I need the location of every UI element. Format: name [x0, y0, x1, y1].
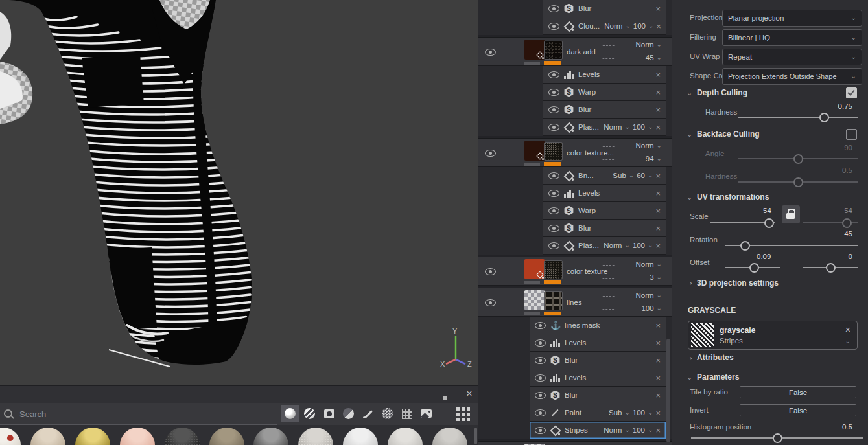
smart-material-filter-icon[interactable] [300, 405, 319, 422]
layer-fill-thumbnail[interactable] [524, 40, 545, 60]
grayscale-chevron-icon[interactable]: ⌄ [845, 338, 850, 345]
opacity-dropdown[interactable]: 94 [646, 155, 654, 163]
invert-toggle[interactable]: False [740, 404, 856, 416]
visibility-eye-icon[interactable] [535, 322, 546, 329]
rotation-slider[interactable] [725, 245, 858, 246]
material-sphere-filter-icon[interactable] [281, 405, 299, 422]
blend-mode-dropdown[interactable]: Norm [604, 22, 622, 30]
material-thumbnail[interactable] [75, 428, 110, 445]
projection-dropdown[interactable]: Planar projection⌄ [722, 10, 862, 27]
visibility-eye-icon[interactable] [535, 392, 546, 399]
backface-culling-checkbox[interactable] [846, 129, 857, 140]
remove-effect-icon[interactable]: × [655, 321, 661, 330]
uv-transformations-header[interactable]: UV transformations [697, 192, 769, 201]
histogram-position-slider[interactable] [691, 437, 863, 439]
search-field[interactable] [0, 403, 277, 425]
material-thumbnail[interactable] [253, 428, 288, 445]
effect-row[interactable]: Plas...Norm⌄100⌄× [543, 237, 666, 255]
shape-crop-dropdown[interactable]: Projection Extends Outside Shape⌄ [722, 68, 862, 85]
layer-row[interactable]: Norm⌄ [478, 442, 672, 445]
uv-transformations-chevron[interactable]: ⌄ [686, 193, 692, 201]
visibility-eye-icon[interactable] [548, 172, 559, 179]
rotation-value[interactable]: 45 [844, 230, 852, 238]
remove-effect-icon[interactable]: × [655, 123, 661, 131]
filtering-dropdown[interactable]: Bilinear | HQ⌄ [722, 29, 862, 46]
mask-slot[interactable] [602, 265, 615, 279]
attributes-chevron[interactable]: ⌄ [685, 356, 694, 361]
layer-row[interactable]: linesNorm⌄100⌄ [478, 288, 672, 317]
effect-row[interactable]: SWarp× [543, 84, 666, 101]
blend-mode-dropdown[interactable]: Norm [604, 123, 622, 131]
layer-fill-thumbnail[interactable] [524, 290, 545, 310]
blend-mode-dropdown[interactable]: Norm [604, 242, 622, 249]
layer-texture-thumbnail[interactable] [544, 142, 563, 161]
brush-filter-icon[interactable] [358, 405, 377, 422]
visibility-eye-icon[interactable] [535, 357, 546, 364]
visibility-eye-icon[interactable] [535, 339, 546, 347]
layer-texture-thumbnail[interactable] [544, 260, 563, 279]
remove-effect-icon[interactable]: × [655, 426, 661, 435]
projection-settings-chevron[interactable]: ⌄ [685, 280, 694, 286]
visibility-eye-icon[interactable] [485, 150, 496, 157]
parameters-header[interactable]: Parameters [697, 372, 739, 382]
effect-row[interactable]: Levels× [543, 185, 666, 202]
remove-effect-icon[interactable]: × [655, 5, 661, 13]
material-thumbnail[interactable] [165, 428, 200, 445]
blend-mode-dropdown[interactable]: Norm [635, 142, 653, 150]
filter-effect-icon[interactable] [339, 405, 358, 422]
visibility-eye-icon[interactable] [535, 374, 546, 382]
projection-settings-header[interactable]: 3D projection settings [697, 279, 779, 288]
effect-row[interactable]: StripesNorm⌄100⌄× [530, 422, 666, 439]
effect-row[interactable]: PaintSub⌄100⌄× [530, 404, 666, 422]
scale-lock-button[interactable] [782, 205, 800, 223]
close-panel-button[interactable]: × [463, 387, 476, 400]
uv-wrap-dropdown[interactable]: Repeat⌄ [722, 49, 862, 65]
depth-hardness-slider[interactable] [738, 117, 858, 118]
layers-scrollbar[interactable] [666, 339, 670, 442]
effect-row[interactable]: Levels× [530, 369, 666, 387]
layer-fill-thumbnail[interactable] [524, 141, 545, 161]
visibility-eye-icon[interactable] [548, 207, 559, 214]
mask-slot[interactable] [602, 45, 615, 59]
blend-mode-dropdown[interactable]: Norm [635, 260, 653, 268]
layer-row[interactable]: color texture...Norm⌄94⌄ [478, 139, 672, 167]
effect-row[interactable]: SBlur× [543, 220, 666, 237]
attributes-header[interactable]: Attributes [697, 353, 734, 362]
depth-culling-checkbox[interactable] [846, 87, 857, 98]
offset-left-slider[interactable] [725, 267, 780, 268]
remove-effect-icon[interactable]: × [655, 374, 661, 382]
float-window-icon[interactable] [445, 391, 452, 398]
visibility-eye-icon[interactable] [548, 242, 559, 249]
offset-left-value[interactable]: 0.09 [757, 253, 771, 260]
opacity-dropdown[interactable]: 100 [641, 304, 653, 312]
opacity-dropdown[interactable]: 100 [633, 123, 645, 131]
remove-effect-icon[interactable]: × [655, 356, 661, 365]
layer-row[interactable]: dark addNorm⌄45⌄ [478, 38, 672, 66]
search-input[interactable] [18, 405, 267, 422]
remove-effect-icon[interactable]: × [655, 409, 661, 417]
mask-slot[interactable] [602, 146, 615, 160]
material-thumbnail[interactable] [30, 428, 65, 445]
blend-mode-dropdown[interactable]: Norm [604, 426, 622, 434]
tile-by-ratio-toggle[interactable]: False [740, 386, 856, 398]
smart-mask-filter-icon[interactable] [320, 405, 338, 422]
opacity-dropdown[interactable]: 100 [633, 242, 645, 249]
backface-culling-header[interactable]: Backface Culling [697, 130, 760, 139]
scale-left-slider[interactable] [710, 222, 775, 223]
effect-row[interactable]: SBlur× [543, 101, 666, 119]
backface-culling-chevron[interactable]: ⌄ [686, 130, 692, 139]
opacity-dropdown[interactable]: 100 [633, 426, 645, 434]
effect-row[interactable]: Levels× [543, 66, 666, 84]
visibility-eye-icon[interactable] [548, 71, 559, 78]
procedural-filter-icon[interactable] [378, 405, 397, 422]
effect-row[interactable]: Clou...Norm⌄100⌄× [543, 17, 666, 35]
grayscale-clear-icon[interactable]: × [845, 325, 850, 335]
material-thumbnail[interactable] [298, 428, 333, 445]
remove-effect-icon[interactable]: × [655, 88, 661, 97]
opacity-dropdown[interactable]: 60 [637, 172, 645, 179]
depth-hardness-value[interactable]: 0.75 [838, 102, 852, 110]
remove-effect-icon[interactable]: × [655, 106, 661, 114]
blend-mode-dropdown[interactable]: Sub [609, 409, 622, 416]
scale-left-value[interactable]: 54 [763, 207, 771, 214]
remove-effect-icon[interactable]: × [655, 224, 661, 233]
